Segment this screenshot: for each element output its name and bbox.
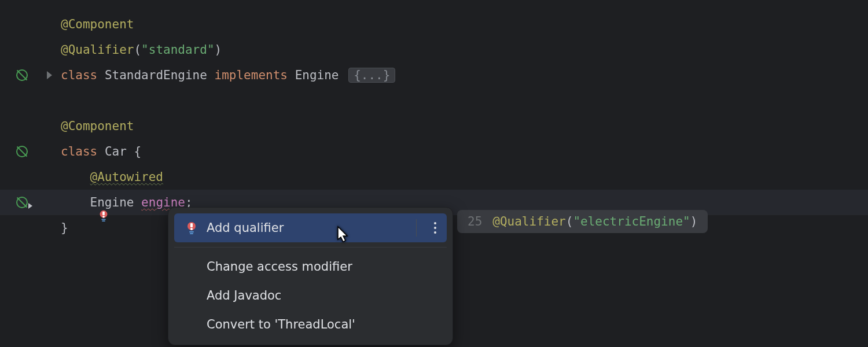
code-line: @Component <box>61 113 868 139</box>
intention-preview-hint: 25 @Qualifier("electricEngine") <box>457 210 708 233</box>
intention-item-add-javadoc[interactable]: Add Javadoc <box>174 281 447 310</box>
svg-rect-9 <box>190 233 193 234</box>
intention-item-label: Change access modifier <box>207 260 352 274</box>
gutter-row <box>0 12 43 37</box>
bean-gutter-icon[interactable] <box>16 69 28 81</box>
code-area[interactable]: @Component @Qualifier("standard") class … <box>43 0 868 347</box>
svg-point-7 <box>190 228 193 230</box>
intention-item-label: Convert to 'ThreadLocal' <box>207 318 355 331</box>
gutter-row[interactable] <box>0 139 43 164</box>
code-line: @Autowired <box>61 164 868 190</box>
folded-region[interactable]: {...} <box>348 68 395 83</box>
annotation: @Qualifier <box>61 43 134 57</box>
intention-item-convert-threadlocal[interactable]: Convert to 'ThreadLocal' <box>174 310 447 339</box>
hint-line-number: 25 <box>468 215 482 228</box>
gutter-row[interactable] <box>0 62 43 88</box>
intention-item-change-access[interactable]: Change access modifier <box>174 252 447 281</box>
gutter-row <box>0 113 43 139</box>
annotation: @Component <box>61 17 134 31</box>
code-line: class StandardEngine implements Engine {… <box>61 62 868 88</box>
intention-bulb-icon[interactable] <box>39 195 52 208</box>
code-line: class Car { <box>61 139 868 164</box>
fold-chevron-icon[interactable] <box>47 71 52 79</box>
autowired-gutter-icon[interactable] <box>16 197 28 208</box>
bean-gutter-icon[interactable] <box>16 146 28 157</box>
svg-rect-8 <box>189 231 194 232</box>
gutter <box>0 0 43 347</box>
svg-rect-6 <box>190 223 193 227</box>
gutter-row <box>0 37 43 62</box>
popup-separator <box>174 247 447 248</box>
hint-code: @Qualifier("electricEngine") <box>492 215 697 228</box>
gutter-row <box>0 88 43 113</box>
string-literal: "standard" <box>141 43 214 57</box>
error-bulb-icon <box>185 221 198 235</box>
intention-popup[interactable]: Add qualifier Change access modifier Add… <box>168 207 453 345</box>
intention-item-add-qualifier[interactable]: Add qualifier <box>174 213 447 242</box>
code-line: @Qualifier("standard") <box>61 37 868 62</box>
code-line-empty <box>61 88 868 113</box>
annotation: @Autowired <box>90 170 163 184</box>
gutter-row <box>0 164 43 190</box>
annotation: @Component <box>61 119 134 133</box>
gutter-row[interactable] <box>0 190 43 215</box>
gutter-row <box>0 215 43 241</box>
intention-item-label: Add qualifier <box>207 221 284 235</box>
intention-item-label: Add Javadoc <box>207 289 281 302</box>
code-line: @Component <box>61 12 868 37</box>
more-options-icon[interactable] <box>434 222 436 234</box>
divider <box>416 219 417 237</box>
